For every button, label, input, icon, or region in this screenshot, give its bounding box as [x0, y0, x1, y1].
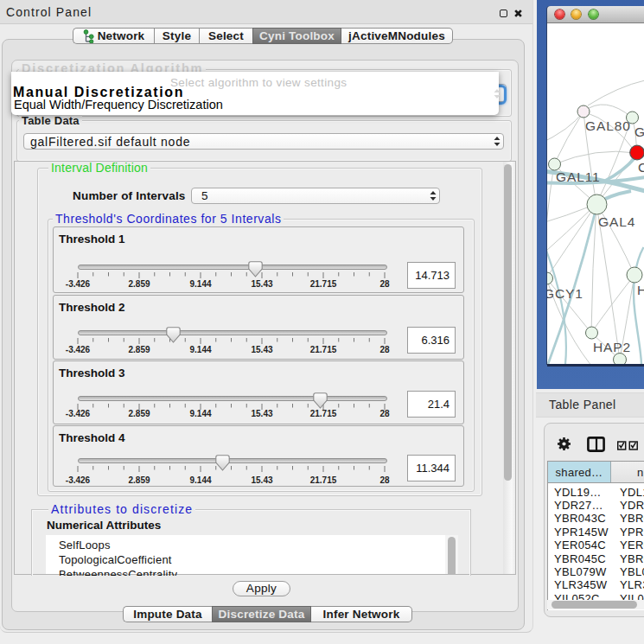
svg-text:HAP2: HAP2 [593, 340, 631, 354]
svg-text:GCY1: GCY1 [547, 286, 583, 301]
svg-text:GAL11: GAL11 [556, 169, 601, 184]
svg-text:GAL80: GAL80 [585, 118, 631, 133]
svg-text:H: H [637, 283, 644, 297]
svg-text:GAL4: GAL4 [598, 214, 635, 229]
svg-text:C: C [638, 160, 644, 175]
svg-text:G.: G. [634, 124, 644, 139]
